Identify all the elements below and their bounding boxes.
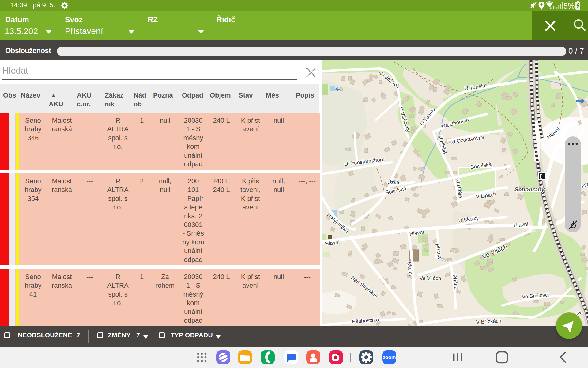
svg-text:→ Ve Vilách: → Ve Vilách xyxy=(413,275,441,281)
svg-text:Senohraby: Senohraby xyxy=(514,186,545,193)
svg-text:zoom: zoom xyxy=(383,355,396,360)
svg-text:Úzká: Úzká xyxy=(387,179,399,185)
